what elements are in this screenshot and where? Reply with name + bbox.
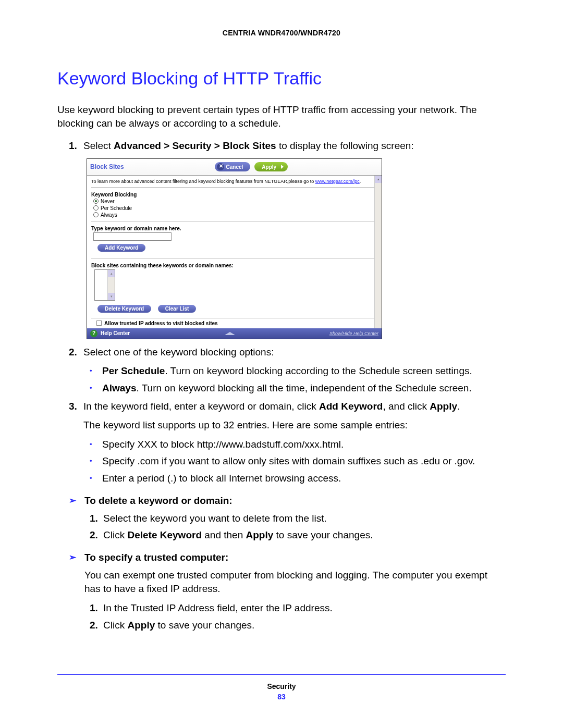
- step1-pre: Select: [83, 140, 114, 151]
- trust-s2-post: to save your changes.: [155, 620, 254, 631]
- radio-icon: [93, 199, 99, 204]
- trusted-intro: You can exempt one trusted computer from…: [84, 569, 506, 596]
- clear-list-button[interactable]: Clear List: [158, 305, 197, 313]
- keyword-input[interactable]: [93, 232, 172, 241]
- help-center-bar[interactable]: ? Help Center Show/Hide Help Center: [87, 328, 382, 339]
- del-s2-b1: Delete Keyword: [127, 529, 202, 540]
- screenshot-title: Block Sites: [90, 163, 124, 170]
- bullet-icon: •: [90, 364, 102, 378]
- del-s2-pre: Click: [103, 529, 127, 540]
- arrow-icon: ➢: [69, 495, 84, 507]
- bullet-always: • Always. Turn on keyword blocking all t…: [90, 381, 506, 396]
- trust-step-2: 2. Click Apply to save your changes.: [90, 619, 506, 633]
- screenshot-titlebar: Block Sites ✕ Cancel Apply: [87, 159, 382, 176]
- bullet-text: Specify XXX to block http://www.badstuff…: [102, 438, 344, 452]
- block-list-label: Block sites containing these keywords or…: [91, 263, 377, 268]
- to-delete-heading: ➢ To delete a keyword or domain:: [69, 495, 506, 507]
- to-delete-title: To delete a keyword or domain:: [84, 495, 232, 507]
- netgear-link[interactable]: www.netgear.com/lpc: [315, 179, 360, 184]
- del-s2-b2: Apply: [246, 529, 274, 540]
- step1-path: Advanced > Security > Block Sites: [114, 140, 276, 151]
- checkbox-icon: [96, 320, 102, 326]
- step3-mid: , and click: [383, 401, 430, 412]
- show-hide-help-link[interactable]: Show/Hide Help Center: [329, 331, 378, 336]
- del-step-2: 2. Click Delete Keyword and then Apply t…: [90, 528, 506, 542]
- radio-icon: [93, 212, 99, 217]
- step1-post: to display the following screen:: [276, 140, 414, 151]
- close-icon: ✕: [219, 163, 223, 169]
- step-number: 1.: [69, 139, 83, 153]
- allow-trusted-checkbox-row[interactable]: Allow trusted IP address to visit blocke…: [91, 318, 377, 328]
- step-number: 3.: [69, 400, 83, 414]
- page-footer: Security 83: [57, 674, 506, 701]
- del-step1-text: Select the keyword you want to delete fr…: [103, 512, 327, 526]
- del-s2-post: to save your changes.: [273, 529, 373, 540]
- expand-up-icon[interactable]: [225, 332, 235, 335]
- help-icon: ?: [90, 330, 97, 337]
- radio-per-schedule[interactable]: Per Schedule: [93, 205, 377, 211]
- radio-never[interactable]: Never: [93, 199, 377, 204]
- bullet-xxx: •Specify XXX to block http://www.badstuf…: [90, 438, 506, 452]
- cancel-button[interactable]: ✕ Cancel: [215, 162, 251, 171]
- step-number: 1.: [90, 601, 103, 615]
- bullet-text: Enter a period (.) to block all Internet…: [102, 472, 341, 486]
- listbox-scrollbar[interactable]: ▴ ▾: [107, 270, 115, 300]
- allow-trusted-label: Allow trusted IP address to visit blocke…: [104, 320, 218, 326]
- radio-icon: [93, 205, 99, 211]
- scroll-up-icon[interactable]: ▴: [108, 270, 115, 277]
- scroll-down-icon[interactable]: ▾: [108, 293, 115, 300]
- step3-b1: Add Keyword: [319, 401, 383, 412]
- step3-b2: Apply: [430, 401, 457, 412]
- bullet-icon: •: [90, 472, 102, 486]
- step-number: 1.: [90, 512, 103, 526]
- step2-text: Select one of the keyword blocking optio…: [83, 346, 506, 360]
- scroll-up-icon[interactable]: ▴: [375, 176, 382, 183]
- apply-button[interactable]: Apply: [254, 162, 288, 171]
- bullet-icon: •: [90, 454, 102, 468]
- footer-page-number: 83: [57, 693, 506, 701]
- trust-s2-pre: Click: [103, 620, 127, 631]
- bullet-period: •Enter a period (.) to block all Interne…: [90, 472, 506, 486]
- del-s2-mid: and then: [202, 529, 246, 540]
- page-title: Keyword Blocking of HTTP Traffic: [57, 68, 506, 89]
- del-step-1: 1. Select the keyword you want to delete…: [90, 512, 506, 526]
- step-2: 2. Select one of the keyword blocking op…: [69, 346, 506, 360]
- step3-subpara: The keyword list supports up to 32 entri…: [83, 418, 506, 433]
- step-3: 3. In the keyword field, enter a keyword…: [69, 400, 506, 414]
- type-keyword-label: Type keyword or domain name here.: [91, 226, 377, 231]
- step-number: 2.: [90, 619, 103, 633]
- bullet-rest: . Turn on keyword blocking according to …: [165, 365, 472, 376]
- add-keyword-button[interactable]: Add Keyword: [97, 244, 145, 252]
- bullet-per-schedule: • Per Schedule. Turn on keyword blocking…: [90, 364, 506, 378]
- apply-label: Apply: [262, 164, 276, 170]
- delete-keyword-button[interactable]: Delete Keyword: [97, 305, 151, 313]
- to-trusted-title: To specify a trusted computer:: [84, 552, 228, 563]
- trust-s2-b1: Apply: [127, 620, 155, 631]
- step-number: 2.: [69, 346, 83, 360]
- bullet-rest: . Turn on keyword blocking all the time,…: [136, 382, 471, 393]
- info-pre: To learn more about advanced content fil…: [91, 179, 315, 184]
- block-sites-screenshot: Block Sites ✕ Cancel Apply ▴ To learn mo…: [87, 158, 382, 339]
- bullet-icon: •: [90, 438, 102, 452]
- bullet-text: Specify .com if you want to allow only s…: [102, 454, 475, 468]
- keyword-blocking-label: Keyword Blocking: [91, 192, 377, 198]
- to-trusted-heading: ➢ To specify a trusted computer:: [69, 552, 506, 563]
- trust-s1-text: In the Trusted IP Address field, enter t…: [103, 601, 333, 615]
- bullet-bold: Per Schedule: [102, 365, 165, 376]
- bullet-com: •Specify .com if you want to allow only …: [90, 454, 506, 468]
- scrollbar[interactable]: ▴: [374, 176, 382, 328]
- step-1: 1. Select Advanced > Security > Block Si…: [69, 139, 506, 153]
- bullet-icon: •: [90, 381, 102, 396]
- step3-post: .: [457, 401, 460, 412]
- info-text: To learn more about advanced content fil…: [91, 179, 377, 188]
- cancel-label: Cancel: [226, 164, 243, 170]
- radio-never-label: Never: [101, 199, 115, 204]
- keyword-listbox[interactable]: ▴ ▾: [94, 269, 115, 301]
- arrow-icon: ➢: [69, 552, 84, 563]
- radio-always[interactable]: Always: [93, 212, 377, 218]
- footer-section: Security: [57, 682, 506, 690]
- bullet-bold: Always: [102, 382, 136, 393]
- help-center-label: Help Center: [101, 330, 130, 336]
- intro-paragraph: Use keyword blocking to prevent certain …: [57, 103, 506, 130]
- info-post: .: [360, 179, 361, 184]
